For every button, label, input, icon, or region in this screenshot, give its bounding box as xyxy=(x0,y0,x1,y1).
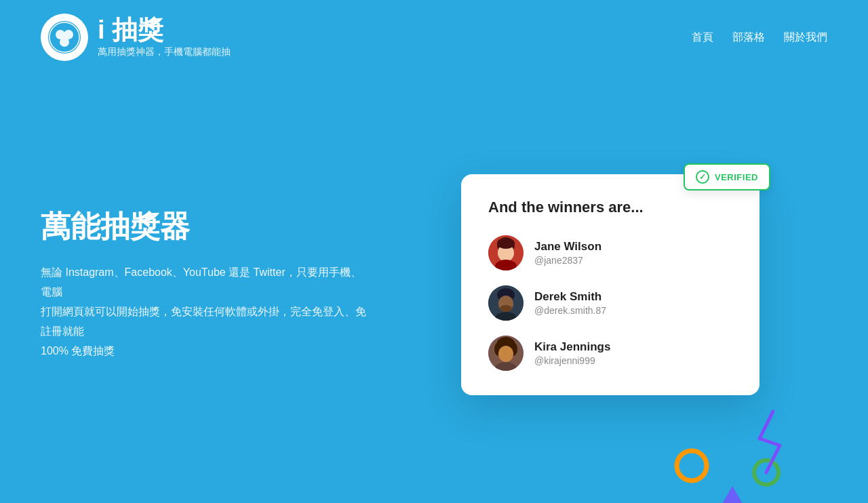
main-content: 萬能抽獎器 無論 Instagram、Facebook、YouTube 還是 T… xyxy=(0,75,868,454)
winner-handle-1: @jane2837 xyxy=(534,255,601,266)
svg-point-4 xyxy=(60,37,69,47)
winners-title: And the winners are... xyxy=(488,199,732,216)
logo-icon xyxy=(41,14,88,61)
svg-point-12 xyxy=(497,238,515,249)
winner-item-1: Jane Wilson @jane2837 xyxy=(488,235,732,270)
verified-badge: ✓ VERIFIED xyxy=(684,163,770,190)
verified-check-icon: ✓ xyxy=(696,170,709,184)
winner-item-3: Kira Jennings @kirajenni999 xyxy=(488,336,732,371)
jane-avatar xyxy=(488,235,524,270)
hero-description: 無論 Instagram、Facebook、YouTube 還是 Twitter… xyxy=(41,263,366,361)
logo-text-area: i 抽獎 萬用抽獎神器，手機電腦都能抽 xyxy=(98,16,231,58)
logo-subtitle: 萬用抽獎神器，手機電腦都能抽 xyxy=(98,46,231,58)
logo-title: i 抽獎 xyxy=(98,16,231,45)
nav-home[interactable]: 首頁 xyxy=(692,31,713,45)
winner-name-2: Derek Smith xyxy=(534,290,606,304)
hero-title: 萬能抽獎器 xyxy=(41,209,366,245)
svg-point-17 xyxy=(500,305,512,312)
winner-info-3: Kira Jennings @kirajenni999 xyxy=(534,340,610,366)
winner-handle-3: @kirajenni999 xyxy=(534,355,610,366)
logo-area: i 抽獎 萬用抽獎神器，手機電腦都能抽 xyxy=(41,14,231,61)
svg-point-23 xyxy=(498,346,513,362)
derek-avatar xyxy=(488,285,524,321)
winners-card: ✓ VERIFIED And the winners are... xyxy=(461,174,760,395)
winner-name-1: Jane Wilson xyxy=(534,240,601,254)
right-content: ✓ VERIFIED And the winners are... xyxy=(461,174,827,395)
verified-text: VERIFIED xyxy=(715,172,758,182)
nav-about[interactable]: 關於我們 xyxy=(784,31,827,45)
nav-blog[interactable]: 部落格 xyxy=(732,31,765,45)
site-header: i 抽獎 萬用抽獎神器，手機電腦都能抽 首頁 部落格 關於我們 xyxy=(0,0,868,75)
winner-name-3: Kira Jennings xyxy=(534,340,610,354)
main-nav: 首頁 部落格 關於我們 xyxy=(692,31,827,45)
winner-item-2: Derek Smith @derek.smith.87 xyxy=(488,285,732,321)
svg-point-7 xyxy=(754,460,778,485)
left-content: 萬能抽獎器 無論 Instagram、Facebook、YouTube 還是 T… xyxy=(41,209,366,361)
winner-info-1: Jane Wilson @jane2837 xyxy=(534,240,601,266)
kira-avatar xyxy=(488,336,524,371)
winner-info-2: Derek Smith @derek.smith.87 xyxy=(534,290,606,316)
svg-point-6 xyxy=(677,451,707,481)
svg-marker-8 xyxy=(719,486,746,503)
winner-handle-2: @derek.smith.87 xyxy=(534,305,606,316)
